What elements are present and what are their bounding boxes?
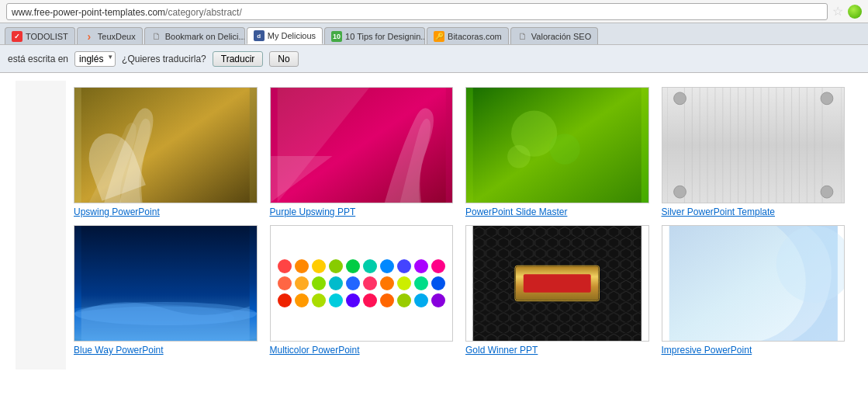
svg-rect-0 (81, 88, 250, 203)
translation-bar: está escrita en inglés ¿Quieres traducir… (0, 45, 868, 73)
gallery-item-multicolor: Multicolor PowerPoint (270, 225, 454, 356)
svg-point-5 (507, 145, 531, 168)
valoracion-icon: 🗋 (517, 31, 528, 42)
tab-mydelicious-label: My Delicious (268, 31, 316, 40)
thumb-blue-way[interactable] (74, 225, 258, 342)
gallery-item-silver: Silver PowerPoint Template (662, 87, 846, 217)
page-content: Upswing PowerPoint (0, 73, 868, 406)
svg-point-27 (821, 92, 833, 105)
url-bar[interactable]: www.free-power-point-templates.com/categ… (6, 3, 828, 20)
link-gold[interactable]: Gold Winner PPT (465, 345, 649, 356)
teuxdeux-icon: › (84, 31, 95, 42)
tab-valoracion[interactable]: 🗋 Valoración SEO (510, 27, 598, 44)
link-silver[interactable]: Silver PowerPoint Template (662, 206, 846, 217)
address-bar: www.free-power-point-templates.com/categ… (0, 0, 868, 23)
tab-mydelicious[interactable]: d My Delicious (247, 27, 323, 44)
gallery-item-blue-way: Blue Way PowerPoint (74, 225, 258, 356)
tab-10tips-label: 10 Tips for Designin... (345, 32, 425, 41)
content-layout: Upswing PowerPoint (16, 81, 852, 370)
link-impresive[interactable]: Impresive PowerPoint (662, 345, 846, 356)
svg-rect-38 (524, 274, 591, 293)
tab-valoracion-label: Valoración SEO (531, 32, 591, 41)
language-selector-wrapper[interactable]: inglés (74, 51, 116, 67)
thumb-green[interactable] (465, 87, 649, 203)
thumb-impresive[interactable] (662, 225, 846, 342)
tab-bitacoras-label: Bitacoras.com (448, 32, 502, 41)
link-multicolor[interactable]: Multicolor PowerPoint (270, 345, 454, 356)
delicious-icon: d (254, 30, 265, 41)
svg-point-26 (673, 92, 686, 105)
gallery-row-2: Blue Way PowerPoint Multicolor PowerPoin… (74, 225, 845, 356)
svg-point-28 (673, 186, 686, 198)
gallery-row-1: Upswing PowerPoint (74, 87, 845, 217)
no-translate-button[interactable]: No (269, 51, 298, 67)
bitacoras-icon: 🔑 (434, 31, 444, 42)
thumb-purple[interactable] (270, 87, 454, 203)
link-upswing[interactable]: Upswing PowerPoint (74, 206, 258, 217)
todolist-icon: ✓ (12, 31, 22, 42)
bookmark-star-icon[interactable]: ☆ (832, 4, 843, 19)
tips-icon: 10 (331, 31, 342, 42)
thumb-multicolor[interactable] (270, 225, 454, 342)
thumb-gold[interactable] (465, 225, 649, 342)
translation-prefix: está escrita en (8, 54, 68, 64)
language-select[interactable]: inglés (74, 51, 116, 67)
gallery-item-gold: Gold Winner PPT (465, 225, 649, 356)
link-purple[interactable]: Purple Upswing PPT (270, 206, 454, 217)
tabs-bar: ✓ TODOLIST › TeuxDeux 🗋 Bookmark on Deli… (0, 23, 868, 45)
svg-point-29 (821, 186, 833, 198)
tab-bookmark-label: Bookmark on Delici... (165, 32, 245, 41)
thumb-silver[interactable] (662, 87, 846, 203)
gallery-item-impresive: Impresive PowerPoint (662, 225, 846, 356)
gallery-item-green: PowerPoint Slide Master (465, 87, 649, 217)
browser-status-icon (848, 5, 862, 19)
translation-question: ¿Quieres traducirla? (122, 54, 206, 64)
main-content: Upswing PowerPoint (66, 81, 852, 370)
tab-bookmark[interactable]: 🗋 Bookmark on Delici... (144, 27, 245, 44)
svg-point-4 (549, 134, 579, 164)
tab-10tips[interactable]: 10 10 Tips for Designin... (324, 27, 425, 44)
url-path: /category/abstract/ (165, 7, 242, 18)
gallery-item-upswing: Upswing PowerPoint (74, 87, 258, 217)
tab-bitacoras[interactable]: 🔑 Bitacoras.com (427, 27, 509, 44)
bookmark-icon: 🗋 (151, 31, 162, 42)
translate-button[interactable]: Traducir (213, 51, 264, 67)
tab-todolist[interactable]: ✓ TODOLIST (5, 27, 75, 44)
tab-teuxdeux-label: TeuxDeux (98, 32, 136, 41)
url-base: www.free-power-point-templates.com (12, 7, 165, 18)
thumb-upswing[interactable] (74, 87, 258, 203)
browser-frame: www.free-power-point-templates.com/categ… (0, 0, 868, 406)
tab-todolist-label: TODOLIST (26, 32, 68, 41)
gallery-item-purple: Purple Upswing PPT (270, 87, 454, 217)
link-blue-way[interactable]: Blue Way PowerPoint (74, 345, 258, 356)
tab-teuxdeux[interactable]: › TeuxDeux (77, 27, 143, 44)
left-sidebar (16, 81, 66, 370)
link-green[interactable]: PowerPoint Slide Master (465, 206, 649, 217)
